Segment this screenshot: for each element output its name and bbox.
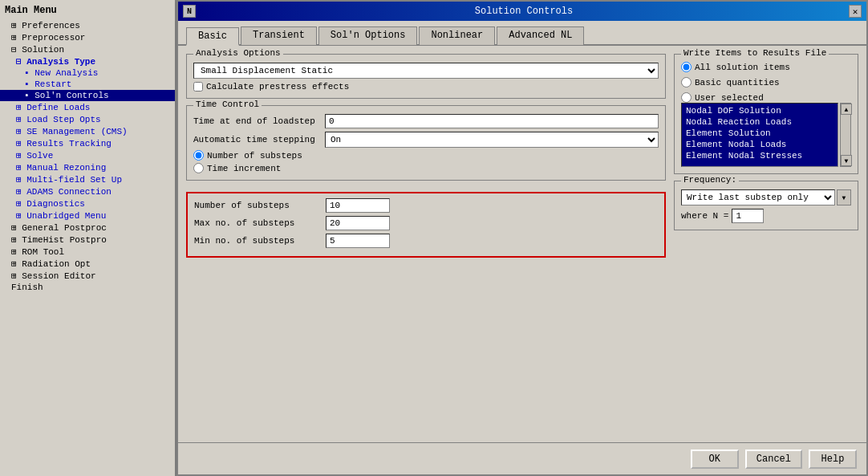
radio-number-substeps[interactable] [193,150,204,161]
auto-stepping-label: Automatic time stepping [193,135,322,144]
sidebar-item-adams[interactable]: ⊞ ADAMS Connection [0,185,175,197]
close-button[interactable]: ✕ [849,5,862,18]
substep-min-input[interactable] [326,234,390,248]
tab-soln-options[interactable]: Sol'n Options [318,26,418,45]
sidebar-item-diagnostics[interactable]: ⊞ Diagnostics [0,197,175,210]
sidebar-item-multi-field[interactable]: ⊞ Multi-field Set Up [0,173,175,185]
where-n-input[interactable] [732,209,764,223]
sidebar-item-define-loads[interactable]: ⊞ Define Loads [0,101,175,113]
radio-substeps-label: Number of substeps [207,151,302,161]
sidebar-item-analysis-type[interactable]: ⊟ Analysis Type [0,55,175,67]
sidebar-item-session-editor[interactable]: ⊞ Session Editor [0,270,175,282]
radio-basic-row: Basic quantities [681,77,851,87]
substep-section: Number of substeps Max no. of substeps M… [186,192,666,258]
radio-all-label: All solution items [695,63,790,72]
dialog-content: Analysis Options Small Displacement Stat… [178,46,866,446]
scrollbar-up-btn[interactable]: ▲ [841,104,852,115]
sidebar-item-preferences[interactable]: ⊞ Preferences [0,19,175,31]
frequency-select-row: Write last substep only Write every Nth … [681,189,851,205]
radio-substeps-row: Number of substeps [193,150,659,161]
radio-user-items[interactable] [681,92,692,103]
time-end-label: Time at end of loadstep [193,116,322,126]
sidebar-item-load-step-opts[interactable]: ⊞ Load Step Opts [0,113,175,125]
write-items-title: Write Items to Results File [681,48,829,58]
freq-dropdown-btn[interactable]: ▼ [837,189,851,205]
substep-number-input[interactable] [326,198,390,213]
substep-max-row: Max no. of substeps [194,216,658,230]
main-area: N Solution Controls ✕ Basic Transient So… [176,0,868,476]
radio-increment-label: Time increment [207,164,281,173]
sidebar-item-soln-controls[interactable]: ▪ Sol'n Controls [0,90,175,101]
sidebar-item-results-tracking[interactable]: ⊞ Results Tracking [0,137,175,149]
auto-stepping-select-row: On Off Prog Chosen [325,132,659,148]
sidebar-item-solution[interactable]: ⊟ Solution [0,43,175,55]
time-end-row: Time at end of loadstep [193,114,659,128]
solution-controls-dialog: N Solution Controls ✕ Basic Transient So… [176,0,868,476]
radio-all-row: All solution items [681,62,851,72]
sidebar-item-unabridged[interactable]: ⊞ Unabridged Menu [0,210,175,222]
where-n-label: where N = [681,211,728,221]
sidebar-item-timehist[interactable]: ⊞ TimeHist Postpro [0,234,175,246]
tab-nonlinear[interactable]: Nonlinear [419,26,495,45]
time-control-title: Time Control [193,100,262,109]
sidebar-item-radiation[interactable]: ⊞ Radiation Opt [0,258,175,270]
right-panel: Write Items to Results File All solution… [674,54,858,438]
sidebar-item-solve[interactable]: ⊞ Solve [0,149,175,161]
list-item-element-nodal[interactable]: Element Nodal Loads [683,139,836,150]
radio-user-row: User selected [681,92,851,103]
substep-max-label: Max no. of substeps [194,218,322,228]
auto-stepping-select[interactable]: On Off Prog Chosen [325,132,659,148]
write-items-group: Write Items to Results File All solution… [674,54,858,174]
sidebar-item-finish[interactable]: Finish [0,282,175,293]
scrollbar-track [841,115,850,155]
write-items-radios: All solution items Basic quantities User… [681,59,851,103]
time-end-input[interactable] [325,114,659,128]
auto-stepping-row: Automatic time stepping On Off Prog Chos… [193,132,659,148]
sidebar-item-restart[interactable]: ▪ Restart [0,79,175,90]
list-item-element-stresses[interactable]: Element Nodal Stresses [683,150,836,161]
sidebar-item-se-management[interactable]: ⊞ SE Management (CMS) [0,125,175,137]
radio-all-items[interactable] [681,62,692,72]
substep-number-row: Number of substeps [194,198,658,213]
tab-advanced-nl[interactable]: Advanced NL [497,26,584,45]
ok-button[interactable]: OK [691,450,739,469]
frequency-select[interactable]: Write last substep only Write every Nth … [681,189,835,205]
results-list-scrollbar[interactable]: ▲ ▼ [840,103,851,167]
where-n-row: where N = [681,209,851,223]
frequency-title: Frequency: [681,175,739,185]
tabs-bar: Basic Transient Sol'n Options Nonlinear … [178,21,866,46]
substep-number-label: Number of substeps [194,201,322,210]
prestress-checkbox[interactable] [193,82,203,92]
substep-max-input[interactable] [326,216,390,230]
substep-min-label: Min no. of substeps [194,236,322,246]
list-item-element-solution[interactable]: Element Solution [683,128,836,139]
sidebar-item-general-postproc[interactable]: ⊞ General Postproc [0,222,175,234]
list-item-nodal-reaction[interactable]: Nodal Reaction Loads [683,116,836,128]
dialog-titlebar: N Solution Controls ✕ [178,2,866,21]
sidebar-item-manual-rezoning[interactable]: ⊞ Manual Rezoning [0,161,175,173]
frequency-group: Frequency: Write last substep only Write… [674,181,858,230]
radio-time-increment[interactable] [193,163,204,173]
radio-user-label: User selected [695,93,764,103]
cancel-button[interactable]: Cancel [745,450,802,469]
list-item-nodal-dof[interactable]: Nodal DOF Solution [683,105,836,116]
substep-min-row: Min no. of substeps [194,234,658,248]
tab-basic[interactable]: Basic [186,27,239,46]
results-list[interactable]: Nodal DOF Solution Nodal Reaction Loads … [681,103,838,167]
sidebar-item-new-analysis[interactable]: ▪ New Analysis [0,67,175,79]
tab-transient[interactable]: Transient [241,26,317,45]
analysis-options-group: Analysis Options Small Displacement Stat… [186,54,666,99]
radio-basic-items[interactable] [681,77,692,87]
prestress-label: Calculate prestress effects [206,82,349,92]
sidebar-item-rom-tool[interactable]: ⊞ ROM Tool [0,246,175,258]
radio-time-increment-row: Time increment [193,163,659,173]
scrollbar-down-btn[interactable]: ▼ [841,155,852,166]
sidebar-title: Main Menu [0,3,175,19]
left-panel: Analysis Options Small Displacement Stat… [186,54,666,438]
radio-basic-label: Basic quantities [695,78,780,87]
dialog-footer: OK Cancel Help [178,442,866,474]
help-button[interactable]: Help [809,450,857,469]
sidebar-item-preprocessor[interactable]: ⊞ Preprocessor [0,31,175,43]
analysis-type-select[interactable]: Small Displacement Static [193,63,659,79]
dialog-icon: N [183,5,196,18]
